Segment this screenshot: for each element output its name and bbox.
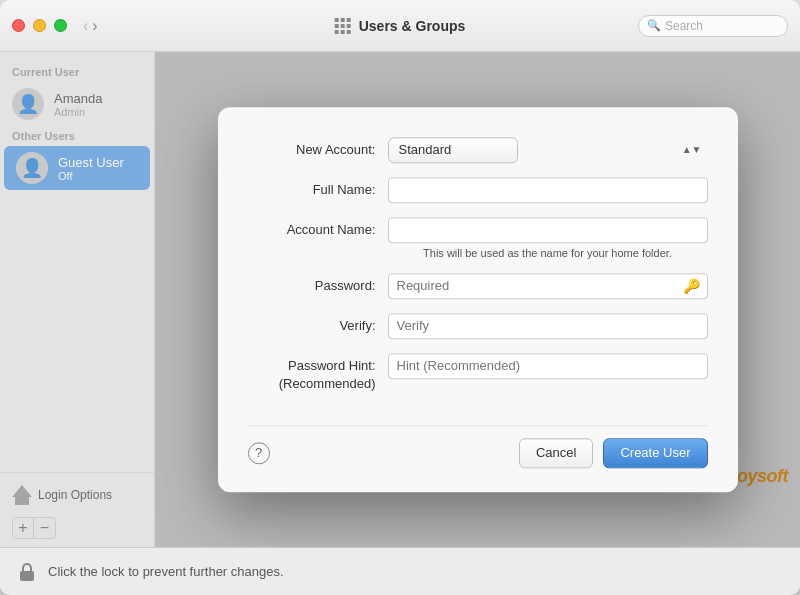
login-options-item[interactable]: Login Options [12,481,142,509]
svg-rect-0 [20,571,34,581]
window-title: Users & Groups [359,18,466,34]
password-row: Password: 🔑 [248,273,708,299]
minimize-button[interactable] [33,19,46,32]
account-name-field: This will be used as the name for your h… [388,217,708,259]
current-user-role: Admin [54,106,102,118]
add-remove-controls: + − [12,517,142,539]
search-placeholder: Search [665,19,703,33]
grid-icon [335,18,351,34]
remove-user-button[interactable]: − [34,517,56,539]
full-name-label: Full Name: [248,177,388,203]
main-window: ‹ › Users & Groups 🔍 Search Current User… [0,0,800,595]
password-hint-label-line2: (Recommended) [279,376,376,391]
new-account-label: New Account: [248,137,388,163]
create-user-modal: New Account: Standard Administrator ▲▼ [218,107,738,492]
full-name-input[interactable] [388,177,708,203]
sidebar-item-guest-user[interactable]: 👤 Guest User Off [4,146,150,190]
password-label: Password: [248,273,388,299]
verify-row: Verify: [248,313,708,339]
account-name-input[interactable] [388,217,708,243]
sidebar-bottom: Login Options + − [0,472,154,547]
cancel-button[interactable]: Cancel [519,438,593,468]
password-field: 🔑 [388,273,708,299]
password-hint-row: Password Hint: (Recommended) [248,353,708,393]
add-user-button[interactable]: + [12,517,34,539]
password-hint-label: Password Hint: (Recommended) [248,353,388,393]
titlebar: ‹ › Users & Groups 🔍 Search [0,0,800,52]
current-user-text: Amanda Admin [54,91,102,118]
lock-bar: Click the lock to prevent further change… [0,547,800,595]
current-user-name: Amanda [54,91,102,106]
other-users-label: Other Users [0,126,154,146]
account-name-label: Account Name: [248,217,388,243]
password-wrapper: 🔑 [388,273,708,299]
verify-input[interactable] [388,313,708,339]
home-icon [12,485,32,505]
guest-user-name: Guest User [58,155,124,170]
guest-user-sub: Off [58,170,124,182]
verify-label: Verify: [248,313,388,339]
select-arrow-icon: ▲▼ [682,145,702,155]
password-hint-input[interactable] [388,353,708,379]
account-name-row: Account Name: This will be used as the n… [248,217,708,259]
maximize-button[interactable] [54,19,67,32]
current-user-label: Current User [0,62,154,82]
full-name-field [388,177,708,203]
password-hint-label-line1: Password Hint: [288,358,375,373]
lock-icon[interactable] [16,561,38,583]
main-panel: New Account: Standard Administrator ▲▼ [155,52,800,547]
content-area: Current User 👤 Amanda Admin Other Users … [0,52,800,547]
password-hint-field [388,353,708,379]
forward-arrow[interactable]: › [92,17,97,35]
guest-icon: 👤 [21,157,43,179]
create-user-button[interactable]: Create User [603,438,707,468]
login-options-label: Login Options [38,488,112,502]
sidebar: Current User 👤 Amanda Admin Other Users … [0,52,155,547]
avatar-current-user: 👤 [12,88,44,120]
account-select-wrapper: Standard Administrator ▲▼ [388,137,708,163]
titlebar-center: Users & Groups [335,18,466,34]
search-box[interactable]: 🔍 Search [638,15,788,37]
new-account-field: Standard Administrator ▲▼ [388,137,708,163]
modal-footer: ? Cancel Create User [248,425,708,468]
new-account-row: New Account: Standard Administrator ▲▼ [248,137,708,163]
nav-arrows: ‹ › [83,17,98,35]
verify-field [388,313,708,339]
sidebar-item-current-user[interactable]: 👤 Amanda Admin [0,82,154,126]
full-name-row: Full Name: [248,177,708,203]
account-name-hint: This will be used as the name for your h… [388,247,708,259]
key-icon[interactable]: 🔑 [683,278,700,294]
guest-user-text: Guest User Off [58,155,124,182]
close-button[interactable] [12,19,25,32]
modal-action-buttons: Cancel Create User [519,438,708,468]
password-input[interactable] [388,273,708,299]
traffic-lights [12,19,67,32]
back-arrow[interactable]: ‹ [83,17,88,35]
new-account-select[interactable]: Standard Administrator [388,137,518,163]
avatar-guest-user: 👤 [16,152,48,184]
user-icon: 👤 [17,93,39,115]
search-icon: 🔍 [647,19,661,32]
lock-bar-text: Click the lock to prevent further change… [48,564,284,579]
help-button[interactable]: ? [248,442,270,464]
